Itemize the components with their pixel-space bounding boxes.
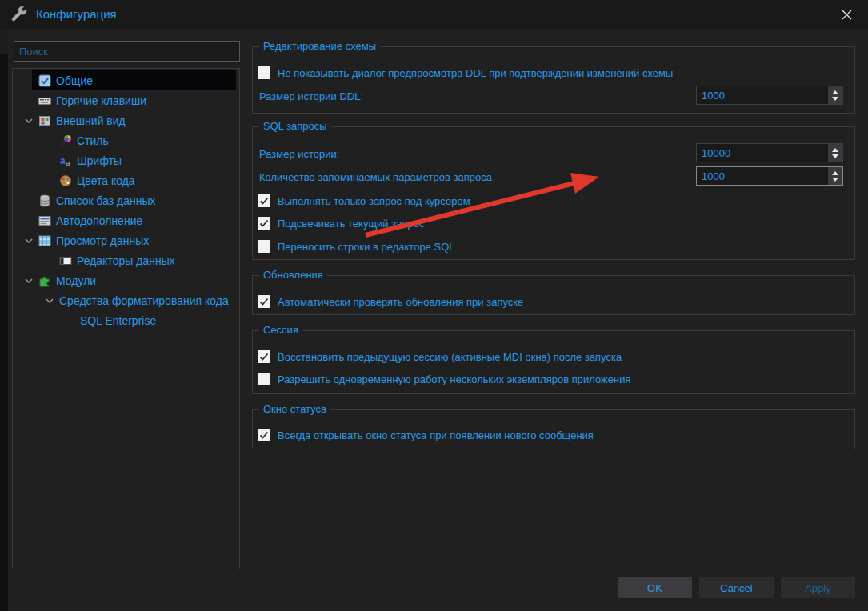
always-open-status-checkbox[interactable] [258,429,270,441]
wrap-lines-checkbox[interactable] [258,240,270,253]
checkbox-label[interactable]: Всегда открывать окно статуса при появле… [278,429,594,441]
tree-item-label[interactable]: Шрифты [77,154,122,167]
tree-item-database-list[interactable]: Список баз данных [13,190,239,210]
history-size-spinner[interactable]: 10000 [696,143,843,162]
search-input[interactable] [14,42,239,61]
checkbox-label[interactable]: Восстановить предыдущую сессию (активные… [278,351,622,363]
chevron-down-icon[interactable] [19,234,38,247]
tree-item-label[interactable]: Список баз данных [56,194,156,207]
tree-item-data-view[interactable]: Просмотр данных [13,230,239,250]
ddl-preview-row: Не показывать диалог предпросмотра DDL п… [258,66,673,80]
tree-item-label[interactable]: Цвета кода [77,174,135,187]
spin-up-icon[interactable] [832,171,838,175]
group-status-window: Окно статуса Всегда открывать окно стату… [252,409,855,449]
checkbox-label[interactable]: Разрешить одновременную работу нескольки… [278,373,630,385]
tree-item-label[interactable]: Горячие клавиши [56,94,146,107]
spin-down-icon[interactable] [832,154,838,158]
data-view-icon [38,234,56,247]
highlight-current-checkbox[interactable] [258,217,270,230]
tree-item-label[interactable]: Общие [56,74,93,87]
tree-item-code-colors[interactable]: Цвета кода [13,170,239,190]
params-count-label: Количество запоминаемых параметров запро… [259,171,492,183]
auto-check-updates-checkbox[interactable] [258,295,270,308]
spinner-value[interactable]: 10000 [697,147,828,159]
group-sql-queries: SQL запросы Размер истории: 10000 Количе… [252,126,855,260]
code-colors-icon [59,174,77,187]
text-caret [18,45,18,58]
tree-item-general[interactable]: Общие [13,70,239,90]
svg-text:a: a [66,159,70,167]
restore-session-checkbox[interactable] [258,350,270,363]
checkbox-label[interactable]: Не показывать диалог предпросмотра DDL п… [278,67,673,79]
params-count-spinner[interactable]: 1000 [696,166,843,186]
settings-main-panel: Редактирование схемы Не показывать диало… [252,36,855,449]
left-dock-strip [0,30,8,611]
spinner-value[interactable]: 1000 [697,170,828,182]
tree-item-label[interactable]: Средства форматирования кода [59,294,229,307]
tree-item-label[interactable]: Автодополнение [56,214,142,227]
checkbox-label[interactable]: Автоматически проверять обновления при з… [278,296,523,308]
group-updates: Обновления Автоматически проверять обнов… [252,275,855,315]
restore-session-row: Восстановить предыдущую сессию (активные… [258,349,622,364]
execute-under-cursor-row: Выполнять только запрос под курсором [258,194,470,208]
ddl-history-label: Размер истории DDL: [259,90,363,102]
spin-up-icon[interactable] [832,90,838,94]
tree-item-style[interactable]: Стиль [13,130,239,150]
checkbox-label[interactable]: Выполнять только запрос под курсором [278,195,470,207]
group-title: Обновления [259,269,327,281]
tree-item-label[interactable]: Стиль [77,134,109,147]
spinner-buttons[interactable] [828,144,842,162]
database-list-icon [38,194,56,207]
chevron-down-icon[interactable] [40,294,59,307]
tree-item-label[interactable]: SQL Enterprise [80,314,156,327]
apply-button[interactable]: Apply [781,577,855,598]
tree-item-hotkeys[interactable]: Горячие клавиши [13,90,239,110]
spin-up-icon[interactable] [832,148,838,152]
svg-text:a: a [60,155,66,166]
tree-item-data-editors[interactable]: Редакторы данных [13,250,239,270]
tree-item-fonts[interactable]: aa Шрифты [13,150,239,170]
cancel-button[interactable]: Cancel [699,577,774,598]
group-session: Сессия Восстановить предыдущую сессию (а… [252,330,855,394]
tree-item-label[interactable]: Модули [56,274,96,287]
group-title: SQL запросы [259,120,331,132]
multiple-instances-checkbox[interactable] [258,373,270,385]
auto-check-updates-row: Автоматически проверять обновления при з… [258,294,523,309]
tree-item-appearance[interactable]: Внешний вид [13,110,239,130]
chevron-down-icon[interactable] [19,274,38,287]
checkbox-label[interactable]: Переносить строки в редакторе SQL [278,241,454,253]
spinner-buttons[interactable] [828,86,842,104]
style-icon [59,134,77,147]
chevron-down-icon[interactable] [19,114,38,127]
ddl-preview-checkbox[interactable] [258,66,270,79]
tree-item-label[interactable]: Внешний вид [56,114,126,127]
tree-item-label[interactable]: Просмотр данных [56,234,149,247]
tree-item-autocomplete[interactable]: Автодополнение [13,210,239,230]
spinner-value[interactable]: 1000 [697,90,828,102]
highlight-current-row: Подсвечивать текущий запрос [258,216,424,230]
spin-down-icon[interactable] [832,178,838,182]
multiple-instances-row: Разрешить одновременную работу нескольки… [258,372,630,386]
tree-item-sql-enterprise[interactable]: SQL Enterprise [13,310,239,330]
group-title: Окно статуса [259,403,330,415]
tree-item-code-formatting[interactable]: Средства форматирования кода [13,290,239,310]
spinner-buttons[interactable] [828,167,842,185]
ddl-history-spinner[interactable]: 1000 [696,86,843,105]
titlebar: Конфигурация [0,0,868,30]
settings-tree: Общие Горячие клавиши Внешний вид Стиль … [12,68,240,569]
general-icon [38,74,56,87]
tree-item-label[interactable]: Редакторы данных [77,254,175,267]
execute-under-cursor-checkbox[interactable] [258,194,270,207]
group-schema-editing: Редактирование схемы Не показывать диало… [252,46,855,114]
appearance-icon [38,114,56,127]
dialog-buttons: OK Cancel Apply [618,577,855,598]
wrench-icon [10,6,29,25]
ok-button[interactable]: OK [618,577,692,598]
group-title: Сессия [259,324,302,336]
checkbox-label[interactable]: Подсвечивать текущий запрос [278,218,424,230]
close-icon[interactable] [834,4,858,25]
tree-item-modules[interactable]: Модули [13,270,239,290]
spin-down-icon[interactable] [832,97,838,101]
wrap-lines-row: Переносить строки в редакторе SQL [258,239,454,254]
always-open-status-row: Всегда открывать окно статуса при появле… [258,428,594,442]
